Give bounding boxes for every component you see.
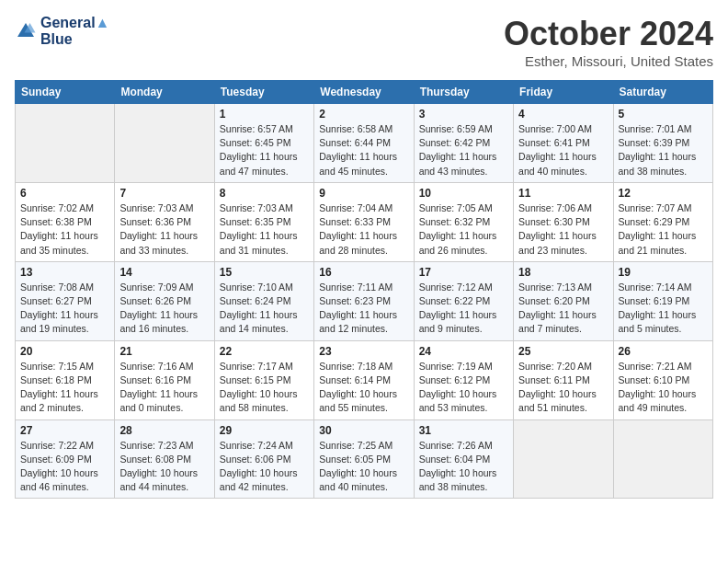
calendar-cell: 31Sunrise: 7:26 AM Sunset: 6:04 PM Dayli… <box>414 419 513 499</box>
day-number: 9 <box>319 187 408 200</box>
calendar-cell: 21Sunrise: 7:16 AM Sunset: 6:16 PM Dayli… <box>115 340 214 419</box>
day-number: 29 <box>220 424 309 437</box>
day-number: 31 <box>419 424 508 437</box>
day-number: 3 <box>419 108 508 121</box>
calendar-week-row: 27Sunrise: 7:22 AM Sunset: 6:09 PM Dayli… <box>16 419 713 499</box>
day-info: Sunrise: 7:08 AM Sunset: 6:27 PM Dayligh… <box>20 281 109 337</box>
day-number: 8 <box>220 187 309 200</box>
day-number: 6 <box>20 187 109 200</box>
calendar-cell: 6Sunrise: 7:02 AM Sunset: 6:38 PM Daylig… <box>16 182 115 261</box>
day-info: Sunrise: 6:58 AM Sunset: 6:44 PM Dayligh… <box>319 122 408 178</box>
day-number: 17 <box>419 266 508 279</box>
title-block: October 2024 Esther, Missouri, United St… <box>504 15 713 69</box>
day-info: Sunrise: 7:13 AM Sunset: 6:20 PM Dayligh… <box>518 281 608 337</box>
day-info: Sunrise: 7:07 AM Sunset: 6:29 PM Dayligh… <box>619 201 708 258</box>
day-number: 24 <box>419 345 508 358</box>
day-number: 30 <box>319 424 408 437</box>
day-number: 11 <box>518 187 608 200</box>
day-number: 19 <box>619 266 708 279</box>
day-info: Sunrise: 7:11 AM Sunset: 6:23 PM Dayligh… <box>319 281 408 337</box>
day-info: Sunrise: 7:24 AM Sunset: 6:06 PM Dayligh… <box>220 439 309 495</box>
day-info: Sunrise: 6:59 AM Sunset: 6:42 PM Dayligh… <box>419 122 508 178</box>
calendar-cell: 15Sunrise: 7:10 AM Sunset: 6:24 PM Dayli… <box>214 261 313 340</box>
weekday-header: Friday <box>514 81 613 104</box>
day-number: 13 <box>20 266 109 279</box>
day-info: Sunrise: 7:02 AM Sunset: 6:38 PM Dayligh… <box>20 201 109 258</box>
calendar-cell: 7Sunrise: 7:03 AM Sunset: 6:36 PM Daylig… <box>115 182 214 261</box>
calendar-cell: 30Sunrise: 7:25 AM Sunset: 6:05 PM Dayli… <box>314 419 414 499</box>
day-info: Sunrise: 7:04 AM Sunset: 6:33 PM Dayligh… <box>319 201 408 258</box>
day-info: Sunrise: 7:22 AM Sunset: 6:09 PM Dayligh… <box>20 439 109 495</box>
logo-text: General▲ Blue <box>40 15 109 48</box>
calendar-cell: 3Sunrise: 6:59 AM Sunset: 6:42 PM Daylig… <box>414 104 513 183</box>
day-number: 12 <box>619 187 708 200</box>
day-number: 14 <box>119 266 209 279</box>
day-info: Sunrise: 7:03 AM Sunset: 6:35 PM Dayligh… <box>220 201 309 258</box>
day-info: Sunrise: 7:14 AM Sunset: 6:19 PM Dayligh… <box>619 281 708 337</box>
day-info: Sunrise: 7:16 AM Sunset: 6:16 PM Dayligh… <box>119 360 209 416</box>
day-number: 10 <box>419 187 508 200</box>
day-number: 20 <box>20 345 109 358</box>
day-info: Sunrise: 7:00 AM Sunset: 6:41 PM Dayligh… <box>518 122 608 178</box>
weekday-header: Tuesday <box>214 81 313 104</box>
day-info: Sunrise: 7:25 AM Sunset: 6:05 PM Dayligh… <box>319 439 408 495</box>
day-number: 5 <box>619 108 708 121</box>
day-number: 18 <box>518 266 608 279</box>
calendar-cell <box>613 419 712 499</box>
day-number: 22 <box>220 345 309 358</box>
day-info: Sunrise: 7:21 AM Sunset: 6:10 PM Dayligh… <box>619 360 708 416</box>
calendar-cell: 2Sunrise: 6:58 AM Sunset: 6:44 PM Daylig… <box>314 104 414 183</box>
calendar-cell: 11Sunrise: 7:06 AM Sunset: 6:30 PM Dayli… <box>514 182 613 261</box>
calendar-cell: 13Sunrise: 7:08 AM Sunset: 6:27 PM Dayli… <box>16 261 115 340</box>
calendar-cell: 4Sunrise: 7:00 AM Sunset: 6:41 PM Daylig… <box>514 104 613 183</box>
page-header: General▲ Blue October 2024 Esther, Misso… <box>15 15 713 69</box>
day-info: Sunrise: 7:01 AM Sunset: 6:39 PM Dayligh… <box>619 122 708 178</box>
location-subtitle: Esther, Missouri, United States <box>504 53 713 69</box>
day-number: 1 <box>220 108 309 121</box>
weekday-header: Thursday <box>414 81 513 104</box>
calendar-cell: 29Sunrise: 7:24 AM Sunset: 6:06 PM Dayli… <box>214 419 313 499</box>
calendar-table: SundayMondayTuesdayWednesdayThursdayFrid… <box>15 80 713 499</box>
calendar-cell <box>115 104 214 183</box>
day-info: Sunrise: 7:15 AM Sunset: 6:18 PM Dayligh… <box>20 360 109 416</box>
calendar-header-row: SundayMondayTuesdayWednesdayThursdayFrid… <box>16 81 713 104</box>
calendar-cell: 10Sunrise: 7:05 AM Sunset: 6:32 PM Dayli… <box>414 182 513 261</box>
calendar-cell: 5Sunrise: 7:01 AM Sunset: 6:39 PM Daylig… <box>613 104 712 183</box>
day-number: 26 <box>619 345 708 358</box>
day-number: 28 <box>119 424 209 437</box>
calendar-cell: 28Sunrise: 7:23 AM Sunset: 6:08 PM Dayli… <box>115 419 214 499</box>
weekday-header: Monday <box>115 81 214 104</box>
day-info: Sunrise: 7:03 AM Sunset: 6:36 PM Dayligh… <box>119 201 209 258</box>
calendar-cell: 16Sunrise: 7:11 AM Sunset: 6:23 PM Dayli… <box>314 261 414 340</box>
calendar-week-row: 20Sunrise: 7:15 AM Sunset: 6:18 PM Dayli… <box>16 340 713 419</box>
day-info: Sunrise: 7:10 AM Sunset: 6:24 PM Dayligh… <box>220 281 309 337</box>
day-info: Sunrise: 7:26 AM Sunset: 6:04 PM Dayligh… <box>419 439 508 495</box>
calendar-week-row: 13Sunrise: 7:08 AM Sunset: 6:27 PM Dayli… <box>16 261 713 340</box>
calendar-week-row: 1Sunrise: 6:57 AM Sunset: 6:45 PM Daylig… <box>16 104 713 183</box>
month-title: October 2024 <box>504 15 713 53</box>
day-info: Sunrise: 6:57 AM Sunset: 6:45 PM Dayligh… <box>220 122 309 178</box>
day-info: Sunrise: 7:06 AM Sunset: 6:30 PM Dayligh… <box>518 201 608 258</box>
calendar-cell: 8Sunrise: 7:03 AM Sunset: 6:35 PM Daylig… <box>214 182 313 261</box>
calendar-cell: 18Sunrise: 7:13 AM Sunset: 6:20 PM Dayli… <box>514 261 613 340</box>
calendar-cell: 25Sunrise: 7:20 AM Sunset: 6:11 PM Dayli… <box>514 340 613 419</box>
calendar-cell <box>514 419 613 499</box>
day-number: 21 <box>119 345 209 358</box>
calendar-cell: 27Sunrise: 7:22 AM Sunset: 6:09 PM Dayli… <box>16 419 115 499</box>
calendar-cell: 20Sunrise: 7:15 AM Sunset: 6:18 PM Dayli… <box>16 340 115 419</box>
weekday-header: Wednesday <box>314 81 414 104</box>
day-number: 23 <box>319 345 408 358</box>
day-info: Sunrise: 7:05 AM Sunset: 6:32 PM Dayligh… <box>419 201 508 258</box>
calendar-cell: 19Sunrise: 7:14 AM Sunset: 6:19 PM Dayli… <box>613 261 712 340</box>
day-info: Sunrise: 7:18 AM Sunset: 6:14 PM Dayligh… <box>319 360 408 416</box>
logo: General▲ Blue <box>15 15 109 48</box>
calendar-cell <box>16 104 115 183</box>
calendar-cell: 26Sunrise: 7:21 AM Sunset: 6:10 PM Dayli… <box>613 340 712 419</box>
calendar-cell: 17Sunrise: 7:12 AM Sunset: 6:22 PM Dayli… <box>414 261 513 340</box>
calendar-cell: 9Sunrise: 7:04 AM Sunset: 6:33 PM Daylig… <box>314 182 414 261</box>
calendar-cell: 12Sunrise: 7:07 AM Sunset: 6:29 PM Dayli… <box>613 182 712 261</box>
weekday-header: Saturday <box>613 81 712 104</box>
day-number: 15 <box>220 266 309 279</box>
day-info: Sunrise: 7:19 AM Sunset: 6:12 PM Dayligh… <box>419 360 508 416</box>
calendar-week-row: 6Sunrise: 7:02 AM Sunset: 6:38 PM Daylig… <box>16 182 713 261</box>
